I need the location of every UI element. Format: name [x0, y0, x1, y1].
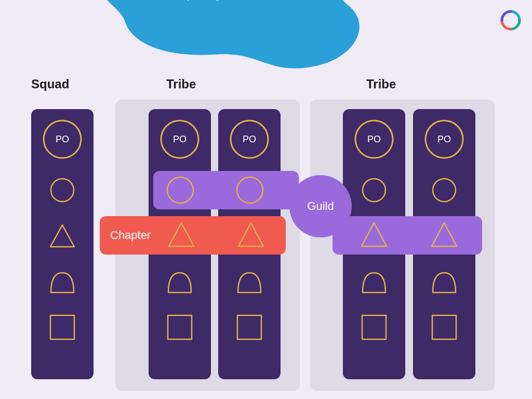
- svg-point-13: [433, 179, 456, 202]
- chapter-band: Chapter: [100, 216, 286, 255]
- member-halfdome-icon: [164, 266, 195, 297]
- member-square-icon: [164, 312, 195, 343]
- po-label: PO: [243, 134, 256, 145]
- member-halfdome-icon: [429, 266, 460, 297]
- svg-rect-14: [432, 315, 456, 339]
- member-circle-icon: [47, 175, 78, 206]
- po-shape: PO: [353, 118, 395, 160]
- guild-label: Guild: [307, 200, 334, 213]
- po-shape: PO: [159, 118, 201, 160]
- title-blob: Spotify Model: [83, 0, 364, 83]
- member-square-icon: [234, 312, 265, 343]
- svg-rect-11: [362, 315, 386, 339]
- po-shape: PO: [229, 118, 270, 160]
- squad-column-standalone: PO: [31, 109, 94, 379]
- member-halfdome-icon: [47, 266, 78, 297]
- po-shape: PO: [42, 118, 83, 160]
- member-halfdome-icon: [358, 266, 390, 297]
- tribe-label-2: Tribe: [366, 77, 396, 91]
- po-label: PO: [56, 134, 69, 145]
- guild-circle: Guild: [289, 175, 352, 237]
- member-circle-icon: [358, 175, 390, 206]
- guild-band-right: [332, 216, 482, 255]
- svg-point-10: [363, 179, 385, 202]
- po-shape: PO: [423, 118, 465, 160]
- svg-point-1: [51, 179, 74, 202]
- po-label: PO: [173, 134, 187, 145]
- member-triangle-icon: [47, 220, 78, 251]
- guild-band-left: [153, 171, 299, 209]
- svg-point-15: [167, 177, 193, 203]
- member-square-icon: [47, 312, 78, 343]
- po-label: PO: [437, 134, 451, 145]
- squad-label: Squad: [31, 77, 69, 91]
- svg-rect-2: [50, 315, 74, 339]
- svg-rect-8: [237, 315, 261, 339]
- po-label: PO: [367, 134, 381, 145]
- member-halfdome-icon: [234, 266, 265, 297]
- brand-logo-icon: [500, 9, 522, 31]
- member-square-icon: [429, 312, 460, 343]
- svg-point-16: [237, 177, 263, 203]
- svg-rect-5: [168, 315, 192, 339]
- member-circle-icon: [429, 175, 460, 206]
- member-square-icon: [358, 312, 390, 343]
- tribe-label-1: Tribe: [166, 77, 196, 91]
